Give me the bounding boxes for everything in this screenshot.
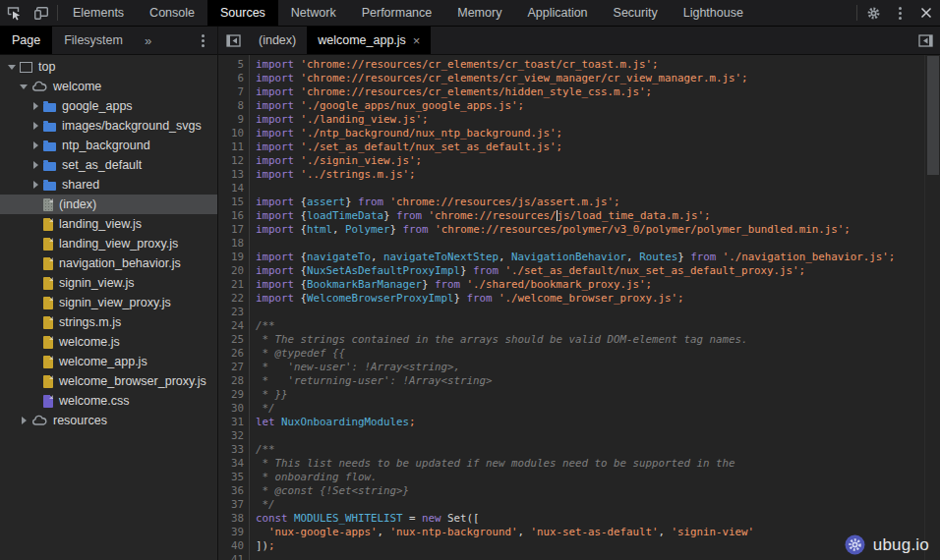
inspect-element-icon[interactable] (0, 0, 28, 26)
code-line[interactable]: 14 (218, 182, 925, 196)
editor-scrollbar[interactable] (924, 55, 940, 560)
editor-tab-welcome-app-js[interactable]: welcome_app.js× (307, 27, 431, 54)
code-line[interactable]: 21import {BookmarkBarManager} from './sh… (218, 278, 925, 292)
line-number[interactable]: 10 (218, 127, 250, 140)
navigator-tab-page[interactable]: Page (0, 27, 52, 54)
device-toolbar-icon[interactable] (28, 0, 55, 26)
code-line[interactable]: 25 * The strings contained in the arrays… (218, 333, 925, 347)
code-line[interactable]: 8import './google_apps/nux_google_apps.j… (218, 99, 925, 113)
collapse-arrow-icon[interactable] (18, 417, 29, 424)
line-number[interactable]: 31 (218, 416, 250, 429)
tree-item-google-apps[interactable]: google_apps (0, 96, 217, 116)
code-line[interactable]: 15import {assert} from 'chrome://resourc… (218, 196, 925, 209)
show-debugger-icon[interactable] (911, 27, 940, 54)
tab-security[interactable]: Security (601, 0, 671, 26)
line-number[interactable]: 16 (218, 209, 250, 223)
line-number[interactable]: 20 (218, 264, 250, 278)
tree-item-welcome-app-js[interactable]: welcome_app.js (0, 352, 217, 371)
collapse-arrow-icon[interactable] (29, 102, 41, 110)
expand-arrow-icon[interactable] (18, 84, 29, 89)
line-number[interactable]: 8 (218, 99, 250, 113)
code-line[interactable]: 20import {NuxSetAsDefaultProxyImpl} from… (218, 264, 925, 278)
more-options-icon[interactable] (887, 0, 912, 26)
line-number[interactable]: 35 (218, 471, 250, 484)
collapse-navigator-icon[interactable] (218, 27, 248, 54)
tree-item-shared[interactable]: shared (0, 175, 217, 195)
scrollbar-thumb[interactable] (927, 56, 939, 175)
close-devtools-icon[interactable] (912, 0, 940, 26)
tree-item-signin-view-js[interactable]: signin_view.js (0, 273, 217, 293)
code-line[interactable]: 35 * onboarding flow. (218, 471, 925, 484)
tree-item-ntp-background[interactable]: ntp_background (0, 136, 217, 155)
tree-item-top[interactable]: top (0, 57, 217, 77)
line-number[interactable]: 23 (218, 306, 250, 319)
collapse-arrow-icon[interactable] (29, 141, 41, 149)
code-line[interactable]: 37 */ (218, 498, 925, 512)
code-line[interactable]: 36 * @const {!Set<string>} (218, 484, 925, 498)
code-line[interactable]: 32 (218, 429, 925, 443)
navigator-tab-filesystem[interactable]: Filesystem (52, 27, 135, 54)
line-number[interactable]: 13 (218, 168, 250, 182)
line-number[interactable]: 18 (218, 237, 250, 251)
tree-item-strings-m-js[interactable]: strings.m.js (0, 312, 217, 332)
tree-item-landing-view-js[interactable]: landing_view.js (0, 214, 217, 234)
line-number[interactable]: 29 (218, 388, 250, 402)
line-number[interactable]: 39 (218, 526, 250, 539)
line-number[interactable]: 21 (218, 278, 250, 292)
tree-item-welcome[interactable]: welcome (0, 77, 217, 96)
code-line[interactable]: 34 * This list needs to be updated if ne… (218, 457, 925, 471)
line-number[interactable]: 12 (218, 154, 250, 168)
code-line[interactable]: 24/** (218, 319, 925, 333)
code-line[interactable]: 33/** (218, 443, 925, 457)
tab-performance[interactable]: Performance (349, 0, 445, 26)
code-line[interactable]: 12import './signin_view.js'; (218, 154, 925, 168)
line-number[interactable]: 28 (218, 374, 250, 388)
tree-item-index[interactable]: (index) (0, 195, 217, 214)
code-line[interactable]: 38const MODULES_WHITELIST = new Set([ (218, 512, 925, 526)
line-number[interactable]: 6 (218, 72, 250, 85)
tab-application[interactable]: Application (514, 0, 600, 26)
code-line[interactable]: 26 * @typedef {{ (218, 347, 925, 361)
code-line[interactable]: 40]); (218, 539, 925, 553)
line-number[interactable]: 37 (218, 498, 250, 512)
line-number[interactable]: 17 (218, 223, 250, 237)
line-number[interactable]: 41 (218, 553, 250, 560)
code-line[interactable]: 17import {html, Polymer} from 'chrome://… (218, 223, 925, 237)
line-number[interactable]: 26 (218, 347, 250, 361)
tree-item-set-as-default[interactable]: set_as_default (0, 155, 217, 175)
line-number[interactable]: 33 (218, 443, 250, 457)
code-line[interactable]: 18 (218, 237, 925, 251)
tree-item-images-background-svgs[interactable]: images/background_svgs (0, 116, 217, 136)
code-line[interactable]: 30 */ (218, 402, 925, 416)
line-number[interactable]: 14 (218, 182, 250, 196)
code-line[interactable]: 6import 'chrome://resources/cr_elements/… (218, 72, 925, 85)
collapse-arrow-icon[interactable] (29, 122, 41, 130)
code-line[interactable]: 10import './ntp_background/nux_ntp_backg… (218, 127, 925, 140)
line-number[interactable]: 19 (218, 251, 250, 264)
line-number[interactable]: 24 (218, 319, 250, 333)
close-tab-icon[interactable]: × (413, 34, 421, 47)
tree-item-landing-view-proxy-js[interactable]: landing_view_proxy.js (0, 234, 217, 253)
tab-lighthouse[interactable]: Lighthouse (671, 0, 756, 26)
collapse-arrow-icon[interactable] (29, 161, 41, 169)
code-line[interactable]: 41 (218, 553, 925, 560)
tab-memory[interactable]: Memory (444, 0, 514, 26)
line-number[interactable]: 5 (218, 58, 250, 72)
tab-elements[interactable]: Elements (60, 0, 137, 26)
line-number[interactable]: 36 (218, 484, 250, 498)
tree-item-welcome-js[interactable]: welcome.js (0, 332, 217, 352)
code-line[interactable]: 16import {loadTimeData} from 'chrome://r… (218, 209, 925, 223)
line-number[interactable]: 15 (218, 196, 250, 209)
code-line[interactable]: 7import 'chrome://resources/cr_elements/… (218, 85, 925, 99)
line-number[interactable]: 25 (218, 333, 250, 347)
code-line[interactable]: 39 'nux-google-apps', 'nux-ntp-backgroun… (218, 526, 925, 539)
more-tabs-icon[interactable]: » (135, 27, 161, 54)
line-number[interactable]: 34 (218, 457, 250, 471)
tab-sources[interactable]: Sources (207, 0, 278, 26)
tree-item-welcome-css[interactable]: welcome.css (0, 391, 217, 411)
code-line[interactable]: 27 * 'new-user': !Array<string>, (218, 361, 925, 374)
expand-arrow-icon[interactable] (6, 65, 18, 70)
code-line[interactable]: 5import 'chrome://resources/cr_elements/… (218, 58, 925, 72)
line-number[interactable]: 7 (218, 85, 250, 99)
code-line[interactable]: 28 * 'returning-user': !Array<string> (218, 374, 925, 388)
